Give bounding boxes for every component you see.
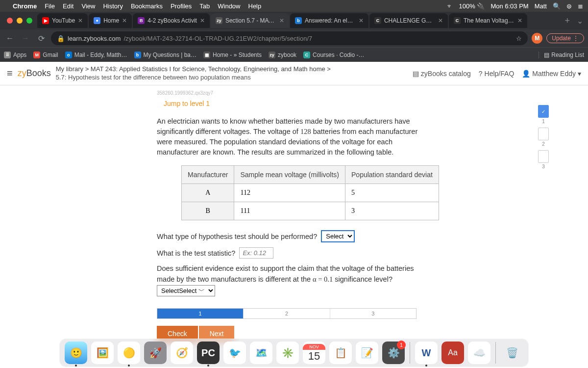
tab-overflow-button[interactable]: ⌄ — [574, 16, 586, 26]
bookmark-item[interactable]: ▦Home - » Students — [203, 52, 262, 58]
bookmarks-bar: ⠿AppsMGmailoMail - Eddy, Matth…bMy Quest… — [0, 47, 588, 62]
browser-tab[interactable]: zySection 5.7 - MAT 2✕ — [211, 13, 289, 28]
bookmark-item[interactable]: ⠿Apps — [4, 52, 26, 58]
bookmark-favicon: ▦ — [203, 52, 210, 58]
dictionary-icon[interactable]: Aa — [441, 342, 464, 364]
update-button[interactable]: Update⋮ — [546, 33, 584, 43]
zybooks-logo[interactable]: zyBooks — [18, 68, 51, 79]
help-link[interactable]: ?Help/FAQ — [479, 70, 514, 78]
tab-label: Section 5.7 - MAT 2 — [225, 17, 276, 24]
photos-icon[interactable]: ✳️ — [276, 342, 299, 364]
window-controls — [2, 18, 37, 24]
level-2[interactable]: 2 — [538, 128, 549, 140]
safari-icon[interactable]: 🧭 — [171, 342, 193, 364]
hypothesis-test-select[interactable]: Select — [321, 230, 355, 242]
photos-app-icon[interactable]: 🖼️ — [91, 342, 114, 364]
close-tab-icon[interactable]: ✕ — [517, 17, 522, 24]
reading-list-icon: ▤ — [544, 52, 549, 58]
user-menu[interactable]: 👤Matthew Eddy ▾ — [522, 70, 581, 78]
close-tab-icon[interactable]: ✕ — [359, 17, 364, 24]
word-icon[interactable]: W — [415, 342, 438, 364]
menu-tab[interactable]: Tab — [199, 2, 210, 10]
bookmark-item[interactable]: MGmail — [33, 52, 58, 58]
data-table: Manufacturer Sample mean voltage (milliv… — [181, 165, 439, 220]
progress-seg-3[interactable]: 3 — [330, 309, 416, 318]
notes-icon[interactable]: 📝 — [356, 342, 378, 364]
close-tab-icon[interactable]: ✕ — [122, 17, 127, 24]
bookmark-label: Gmail — [43, 52, 58, 58]
browser-tab[interactable]: B4-2 zyBooks Activit✕ — [133, 13, 210, 28]
menu-toggle-icon[interactable]: ≡ — [7, 68, 13, 79]
settings-icon[interactable]: ⚙️1 — [382, 342, 405, 364]
new-tab-button[interactable]: + — [561, 16, 574, 26]
close-window[interactable] — [7, 18, 13, 24]
reload-button[interactable]: ⟳ — [35, 34, 47, 43]
catalog-link[interactable]: ▤zyBooks catalog — [413, 70, 471, 78]
maps-icon[interactable]: 🗺️ — [250, 342, 272, 364]
onedrive-icon[interactable]: ☁️ — [468, 342, 490, 364]
app-name[interactable]: Chrome — [13, 2, 37, 10]
reminders-icon[interactable]: 📋 — [329, 342, 352, 364]
bookmark-item[interactable]: bMy Questions | ba… — [134, 52, 197, 58]
menu-profiles[interactable]: Profiles — [171, 2, 192, 10]
breadcrumb-line1[interactable]: My library > MAT 243: Applied Statistics… — [56, 65, 331, 74]
bookmark-item[interactable]: zyzybook — [269, 52, 296, 58]
progress-seg-1[interactable]: 1 — [157, 309, 244, 318]
mail-icon[interactable]: 🐦 — [223, 342, 246, 364]
control-center-icon[interactable]: ⊜ — [566, 2, 572, 10]
close-tab-icon[interactable]: ✕ — [279, 17, 284, 24]
browser-tab[interactable]: ▶YouTube✕ — [37, 13, 88, 28]
profile-avatar[interactable]: M — [532, 33, 542, 44]
menu-window[interactable]: Window — [218, 2, 240, 10]
menu-view[interactable]: View — [81, 2, 95, 10]
forward-button[interactable]: → — [20, 34, 31, 43]
menu-bookmarks[interactable]: Bookmarks — [131, 2, 163, 10]
browser-tab[interactable]: CThe Mean Voltage A✕ — [449, 13, 527, 28]
maximize-window[interactable] — [26, 18, 32, 24]
spotlight-icon[interactable]: 🔍 — [553, 2, 561, 10]
tab-label: CHALLENGE GE 5.7 — [384, 17, 435, 24]
th-mean: Sample mean voltage (millivolts) — [234, 166, 345, 184]
level-3[interactable]: 3 — [538, 150, 549, 163]
bookmark-item[interactable]: CCourses · Codio -… — [303, 52, 364, 58]
tab-favicon: B — [138, 17, 145, 24]
minimize-window[interactable] — [17, 18, 23, 24]
back-button[interactable]: ← — [4, 34, 16, 43]
bookmark-item[interactable]: oMail - Eddy, Matth… — [65, 52, 127, 58]
jump-to-level-link[interactable]: Jump to level 1 — [164, 100, 549, 107]
close-tab-icon[interactable]: ✕ — [78, 17, 83, 24]
wifi-icon[interactable]: ᯤ — [447, 2, 453, 10]
menu-file[interactable]: File — [45, 2, 55, 10]
reading-list-button[interactable]: ▤Reading List — [539, 52, 584, 58]
browser-tab[interactable]: ●Home✕ — [89, 13, 132, 28]
close-tab-icon[interactable]: ✕ — [438, 17, 443, 24]
evidence-select[interactable]: SelectSelect ﹀ — [157, 285, 215, 296]
tab-label: YouTube — [52, 17, 75, 24]
launchpad-icon[interactable]: 🚀 — [144, 342, 167, 364]
test-statistic-input[interactable] — [239, 247, 273, 259]
menu-edit[interactable]: Edit — [63, 2, 74, 10]
menu-help[interactable]: Help — [248, 2, 262, 10]
progress-seg-2[interactable]: 2 — [244, 309, 330, 318]
pycharm-icon[interactable]: PC — [197, 342, 220, 364]
lock-icon: 🔒 — [57, 35, 65, 42]
breadcrumb: My library > MAT 243: Applied Statistics… — [56, 65, 331, 82]
tab-label: Home — [103, 17, 119, 24]
browser-tab[interactable]: bAnswered: An electr✕ — [290, 13, 368, 28]
menu-list-icon[interactable]: ≣ — [578, 2, 583, 10]
finder-icon[interactable]: 🙂 — [65, 342, 87, 364]
tab-favicon: zy — [216, 17, 222, 24]
bookmark-label: zybook — [278, 52, 296, 58]
close-tab-icon[interactable]: ✕ — [200, 17, 205, 24]
level-1[interactable]: ✓1 — [538, 105, 549, 118]
chrome-icon[interactable]: 🟡 — [118, 342, 140, 364]
calendar-icon[interactable]: NOV15 — [303, 342, 325, 364]
tab-favicon: b — [295, 17, 302, 24]
menu-history[interactable]: History — [103, 2, 122, 10]
address-bar[interactable]: 🔒 learn.zybooks.com/zybook/MAT-243-J2714… — [51, 31, 528, 45]
cell-sd: 3 — [345, 202, 439, 220]
star-icon[interactable]: ☆ — [516, 35, 522, 42]
browser-tab[interactable]: CCHALLENGE GE 5.7✕ — [369, 13, 448, 28]
breadcrumb-line2: 5.7: Hypothesis test for the difference … — [56, 74, 331, 82]
trash-icon[interactable]: 🗑️ — [501, 342, 523, 364]
